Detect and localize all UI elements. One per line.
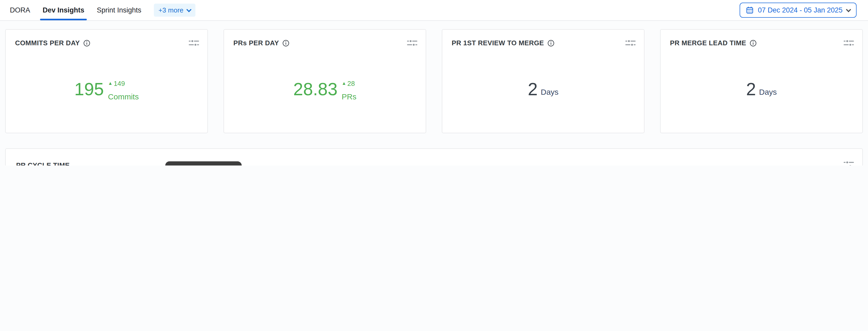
pr-cycle-time-panel: PR CYCLE TIME TOTAL TIME 6.8 days Good S… [5,148,863,165]
metric-card-header: PR MERGE LEAD TIME [661,30,862,47]
more-tabs-label: +3 more [158,6,184,14]
metric-card-pr-merge-lead-time: PR MERGE LEAD TIME 2 Days [660,29,863,133]
metric-card-title: PR 1ST REVIEW TO MERGE [452,39,544,47]
sliders-icon[interactable] [407,39,417,47]
metric-value: 2 [528,80,538,98]
sliders-icon[interactable] [189,39,199,47]
sliders-icon[interactable] [625,39,636,47]
metric-card-pr-first-review-to-merge: PR 1ST REVIEW TO MERGE 2 Days [442,29,645,133]
metric-card-title: PRs PER DAY [234,39,279,47]
stage-tooltip: PR CREATION TIME [165,161,242,165]
sliders-icon[interactable] [844,160,854,165]
info-icon[interactable] [749,39,756,47]
metric-value: 2 [746,80,756,98]
info-icon[interactable] [547,39,554,47]
flow-connector-lines [6,149,863,165]
metric-card-prs-per-day: PRs PER DAY 28.83 ▲28 PRs [223,29,426,133]
info-icon[interactable] [83,39,90,47]
metric-delta: ▲28 [342,80,356,87]
tab-list: DORA Dev Insights Sprint Insights +3 mor… [10,0,195,20]
metric-card-commits-per-day: COMMITS PER DAY 195 ▲149 Commits [5,29,208,133]
metric-delta-value: 28 [347,80,355,87]
metric-value: 195 [74,80,104,98]
info-icon[interactable] [282,39,289,47]
metric-side: ▲149 Commits [108,80,139,101]
metric-value-block: 28.83 ▲28 PRs [224,80,426,101]
metric-delta: ▲149 [108,80,139,87]
metric-unit: Commits [108,92,139,101]
metric-value-block: 2 Days [661,80,862,98]
tab-label: Dev Insights [42,6,85,14]
metric-side: ▲28 PRs [342,80,356,101]
metric-unit: Days [541,87,558,96]
sliders-icon[interactable] [844,39,854,47]
delta-up-icon: ▲ [108,81,113,86]
metric-unit: Days [759,87,777,96]
date-range-label: 07 Dec 2024 - 05 Jan 2025 [758,6,842,14]
top-bar: DORA Dev Insights Sprint Insights +3 mor… [0,0,868,21]
metric-card-title: PR MERGE LEAD TIME [670,39,746,47]
metric-value: 28.83 [293,80,338,98]
dev-insights-dashboard: DORA Dev Insights Sprint Insights +3 mor… [0,0,868,165]
metric-card-title: COMMITS PER DAY [15,39,80,47]
tab-dev-insights[interactable]: Dev Insights [42,0,85,20]
metric-value-block: 2 Days [442,80,644,98]
chevron-down-icon [186,7,191,12]
more-tabs-button[interactable]: +3 more [154,4,195,17]
chevron-down-icon [846,7,851,12]
metric-card-header: PR 1ST REVIEW TO MERGE [442,30,644,47]
tab-sprint-insights[interactable]: Sprint Insights [97,0,142,20]
tab-dora[interactable]: DORA [10,0,30,20]
delta-up-icon: ▲ [342,81,346,86]
metric-delta-value: 149 [114,80,125,87]
metric-card-header: COMMITS PER DAY [6,30,207,47]
metric-unit: PRs [342,92,356,101]
date-range-picker[interactable]: 07 Dec 2024 - 05 Jan 2025 [740,3,857,18]
panel-title: PR CYCLE TIME [16,161,70,165]
tab-label: DORA [10,6,30,14]
metric-value-block: 195 ▲149 Commits [6,80,207,101]
calendar-icon [746,6,754,14]
metric-card-header: PRs PER DAY [224,30,426,47]
tab-label: Sprint Insights [97,6,142,14]
